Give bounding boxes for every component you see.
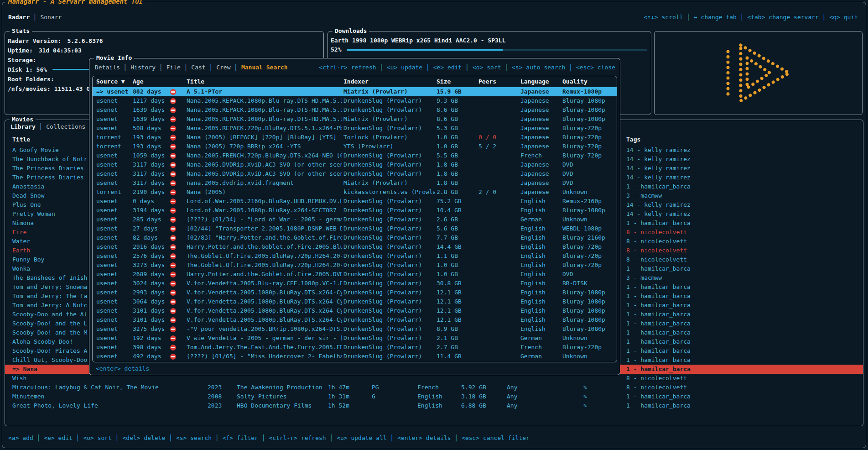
- release-size-cell: 2.8 GB: [435, 188, 477, 197]
- release-row[interactable]: usenet3101 daysV.for.Vendetta.2005.1080p…: [93, 306, 617, 315]
- release-quality-cell: Bluray-1080p: [561, 288, 617, 297]
- movie-quality-cell: [505, 374, 580, 383]
- release-size-cell: 12.1 GB: [435, 315, 477, 324]
- release-peers-cell: [477, 206, 519, 215]
- release-title-cell: V.for.Vendetta.2005.1080p.BluRay.DTS.x26…: [185, 315, 342, 324]
- release-row[interactable]: torrent193 daysNana (2005) 720p BRRip x2…: [93, 142, 617, 151]
- release-row[interactable]: usenet1217 daysNana.2005.REPACK.1080p.Bl…: [93, 96, 617, 105]
- release-row[interactable]: usenet27 days[02/44] "Transporter 2.2005…: [93, 224, 617, 233]
- release-row[interactable]: usenet3117 daysNana.2005.DVDRip.XviD.AC3…: [93, 169, 617, 178]
- column-header-rejected: [167, 76, 185, 87]
- release-row[interactable]: usenet398 daysTom.And.Jerry.The.Fast.And…: [93, 343, 617, 352]
- release-row[interactable]: usenet492 days(????) [01/65] - "Miss Und…: [93, 352, 617, 361]
- release-quality-cell: DVD: [561, 169, 617, 178]
- release-row[interactable]: usenet2916 daysHarry.Potter.and.the.Gobl…: [93, 242, 617, 251]
- release-title-cell: A 5.1-PTer: [185, 87, 342, 96]
- release-row[interactable]: usenet1639 daysNana.2005.REPACK.1080p.Bl…: [93, 105, 617, 115]
- release-title-cell: Nana.2005.FRENCH.720p.BluRay.DTS.x264-NE…: [185, 151, 342, 160]
- release-row[interactable]: usenet0 daysLord.of.War.2005.2160p.BluRa…: [93, 197, 617, 206]
- release-row[interactable]: torrent2190 daysNana (2005)kickasstorren…: [93, 188, 617, 197]
- release-age-cell: 3064 days: [133, 297, 167, 306]
- tab-collections[interactable]: Collections: [46, 123, 85, 130]
- release-row[interactable]: torrent193 daysNana (2005) [REPACK] [720…: [93, 133, 617, 142]
- movie-runtime-cell: 1h 52m: [326, 401, 370, 410]
- tab-manual-search[interactable]: Manual Search: [241, 64, 288, 71]
- release-row[interactable]: usenet82 days[02/83] "Harry.Potter.and.t…: [93, 233, 617, 242]
- movie-row[interactable]: Minutemen2008Salty Pictures1h 31mGEnglis…: [5, 392, 863, 401]
- release-rejected-cell: [167, 251, 185, 261]
- release-title-cell: V.for.Vendetta.2005.1080p.BluRay.DTS.x26…: [185, 288, 342, 297]
- release-peers-cell: [477, 105, 519, 115]
- release-row[interactable]: usenet1639 daysNana.2005.REPACK.1080p.Bl…: [93, 115, 617, 124]
- release-row[interactable]: usenet2689 daysHarry.Potter.and.the.Gobl…: [93, 270, 617, 279]
- release-row[interactable]: usenet2993 daysV.for.Vendetta.2005.1080p…: [93, 288, 617, 297]
- release-size-cell: 2.6 GB: [435, 215, 477, 224]
- keybinding-hint: <ctrl-r> refresh: [319, 64, 376, 71]
- tab-sonarr[interactable]: Sonarr: [40, 14, 62, 21]
- release-row[interactable]: usenet192 daysV wie Vendetta - 2005 - ge…: [93, 334, 617, 343]
- release-language-cell: Japanese: [519, 142, 561, 151]
- hint-separator: │: [422, 64, 433, 71]
- movie-row[interactable]: Great Photo, Lovely Life2023HBO Document…: [5, 401, 863, 410]
- release-age-cell: 2916 days: [133, 242, 167, 251]
- movie-row[interactable]: Wish8 - nicolecolvett: [5, 374, 863, 383]
- release-row[interactable]: usenet3273 daysThe.Goblet.Of.Fire.2005.B…: [93, 261, 617, 270]
- uptime-line: Uptime: 31d 04:35:03: [8, 46, 320, 55]
- release-row[interactable]: usenet3101 daysV.for.Vendetta.2005.1080p…: [93, 315, 617, 324]
- tab-crew[interactable]: Crew: [216, 64, 230, 71]
- tab-library[interactable]: Library: [10, 123, 36, 130]
- release-indexer-cell: DrunkenSlug (Prowlarr): [342, 297, 435, 306]
- hint-separator: │: [451, 434, 462, 441]
- release-age-cell: 1639 days: [133, 105, 167, 115]
- release-row[interactable]: usenet3194 daysLord.of.War.2005.1080p.Bl…: [93, 206, 617, 215]
- movies-panel-title: Movies: [10, 116, 36, 123]
- release-age-cell: 3101 days: [133, 306, 167, 315]
- release-row[interactable]: usenet3275 days-"V pour vendetta.2005.BR…: [93, 324, 617, 334]
- download-progress-line: 52%: [331, 45, 647, 54]
- movie-tags-cell: 14 - kelly ramirez: [622, 173, 863, 182]
- release-language-cell: English: [519, 324, 561, 334]
- stats-panel-title: Stats: [10, 27, 32, 35]
- hint-separator: │: [565, 64, 576, 71]
- release-row[interactable]: => usenet802 daysA 5.1-PTerMiatrix (Prow…: [93, 87, 617, 96]
- movie-tags-cell: 1 - hamilcar_barca: [622, 401, 863, 410]
- release-peers-cell: [477, 251, 519, 261]
- release-rejected-cell: [167, 270, 185, 279]
- movie-tags-cell: 1 - hamilcar_barca: [622, 292, 863, 301]
- release-row[interactable]: usenet3024 daysV.for.Vendetta.2005.Blu-r…: [93, 279, 617, 288]
- release-indexer-cell: DrunkenSlug (Prowlarr): [342, 334, 435, 343]
- release-title-cell: Nana.2005.REPACK.1080p.Blu-ray.DTS-HD.MA…: [185, 96, 342, 105]
- tab-history[interactable]: History: [130, 64, 156, 71]
- tab-separator: │: [206, 64, 216, 71]
- release-row[interactable]: usenet3117 daysnana.2005.dvdrip.xvid.fra…: [93, 178, 617, 188]
- release-quality-cell: Unknown: [561, 352, 617, 361]
- release-row[interactable]: usenet3117 daysNana.2005.DVDRip.XviD.AC3…: [93, 160, 617, 169]
- release-age-cell: 3101 days: [133, 315, 167, 324]
- tab-radarr[interactable]: Radarr: [8, 14, 30, 21]
- tab-separator: │: [156, 64, 166, 71]
- tab-cast[interactable]: Cast: [191, 64, 205, 71]
- tab-details[interactable]: Details: [95, 64, 120, 71]
- hint-separator: │: [462, 64, 472, 71]
- release-row[interactable]: usenet1059 daysNana.2005.FRENCH.720p.Blu…: [93, 151, 617, 160]
- movie-row[interactable]: Miraculous: Ladybug & Cat Noir, The Movi…: [5, 383, 863, 392]
- release-title-cell: [02/44] "Transporter 2.2005.1080P.DSNP.W…: [185, 224, 342, 233]
- release-source-cell: usenet: [93, 297, 133, 306]
- rejected-icon: [170, 144, 176, 150]
- release-row[interactable]: usenet2576 daysThe.Goblet.Of.Fire.2005.B…: [93, 251, 617, 261]
- release-title-cell: nana.2005.dvdrip.xvid.fragment: [185, 178, 342, 188]
- release-row[interactable]: usenet508 daysNana.2005.REPACK.720p.BluR…: [93, 124, 617, 133]
- release-row[interactable]: usenet3064 daysV.for.Vendetta.2005.1080p…: [93, 297, 617, 306]
- release-peers-cell: [477, 261, 519, 270]
- movie-size-cell: 3.18 GB: [459, 392, 505, 401]
- movie-tags-cell: 1 - hamilcar_barca: [622, 337, 863, 346]
- release-title-cell: Nana.2005.DVDRip.XviD.AC3-SVO (or other …: [185, 169, 342, 178]
- release-source-cell: usenet: [93, 315, 133, 324]
- release-rejected-cell: [167, 188, 185, 197]
- release-row[interactable]: usenet285 days(????) [01/34] - "Lord of …: [93, 215, 617, 224]
- release-title-cell: (????) [01/34] - "Lord of War - 2005 - g…: [185, 215, 342, 224]
- release-rejected-cell: [167, 215, 185, 224]
- release-peers-cell: [477, 169, 519, 178]
- release-peers-cell: [477, 279, 519, 288]
- tab-file[interactable]: File: [166, 64, 181, 71]
